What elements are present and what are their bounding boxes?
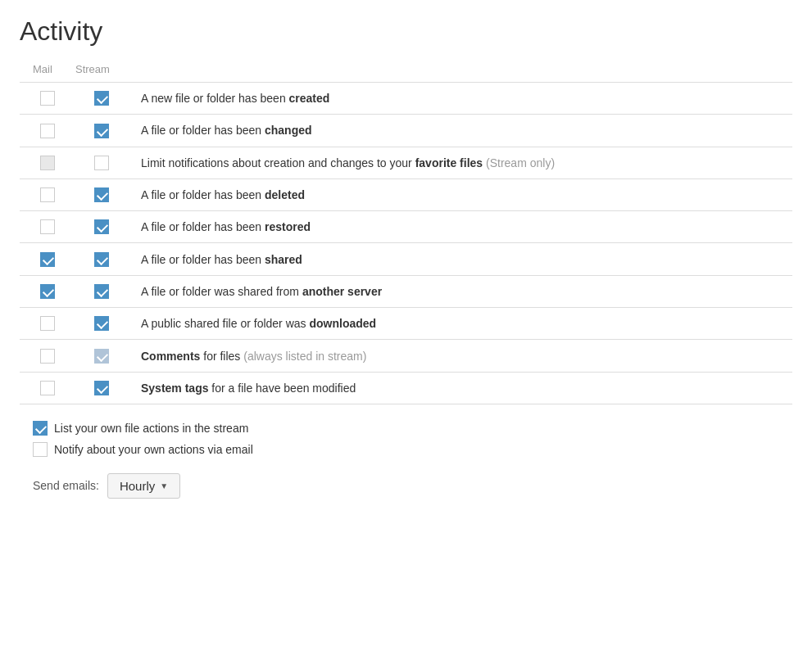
description-column-header [134, 60, 792, 83]
mail-checkbox-shared[interactable] [40, 252, 55, 267]
stream-checkbox-another-server[interactable] [94, 284, 109, 299]
stream-checkbox-created[interactable] [94, 91, 109, 106]
bottom-section: List your own file actions in the stream… [20, 421, 792, 499]
send-emails-label: Send emails: [33, 479, 99, 492]
table-row: A file or folder was shared from another… [20, 275, 792, 307]
activity-table: Mail Stream A new file or folder has bee… [20, 60, 792, 404]
table-row: A file or folder has been restored [20, 211, 792, 243]
table-row: A file or folder has been shared [20, 243, 792, 275]
mail-checkbox-another-server[interactable] [40, 284, 55, 299]
row-label-comments: Comments for files (always listed in str… [141, 350, 366, 363]
stream-checkbox-shared[interactable] [94, 252, 109, 267]
hourly-label: Hourly [120, 479, 155, 493]
row-label-another-server: A file or folder was shared from another… [141, 285, 382, 298]
row-label-system-tags: System tags for a file have been modifie… [141, 382, 356, 395]
stream-checkbox-system-tags[interactable] [94, 381, 109, 395]
row-label-favorite: Limit notifications about creation and c… [141, 156, 555, 169]
table-row: Limit notifications about creation and c… [20, 147, 792, 178]
dropdown-arrow-icon: ▼ [160, 481, 168, 490]
mail-column-header: Mail [20, 60, 69, 83]
table-row: A public shared file or folder was downl… [20, 308, 792, 340]
notify-own-actions-label: Notify about your own actions via email [54, 443, 253, 456]
mail-checkbox-downloaded[interactable] [40, 316, 55, 331]
notify-own-actions-checkbox[interactable] [33, 442, 48, 457]
row-label-deleted: A file or folder has been deleted [141, 188, 305, 201]
row-label-created: A new file or folder has been created [141, 92, 329, 105]
row-label-restored: A file or folder has been restored [141, 220, 311, 233]
table-row: A new file or folder has been created [20, 83, 792, 115]
row-sublabel-favorite: (Stream only) [483, 156, 555, 169]
stream-column-header: Stream [69, 60, 134, 83]
mail-checkbox-comments[interactable] [40, 349, 55, 364]
stream-checkbox-comments [94, 349, 109, 364]
row-label-shared: A file or folder has been shared [141, 253, 302, 266]
mail-checkbox-system-tags[interactable] [40, 381, 55, 395]
table-row: Comments for files (always listed in str… [20, 340, 792, 372]
row-sublabel-comments: (always listed in stream) [243, 350, 366, 363]
list-own-actions-row: List your own file actions in the stream [33, 421, 779, 436]
stream-checkbox-downloaded[interactable] [94, 316, 109, 331]
notify-own-actions-row: Notify about your own actions via email [33, 442, 779, 457]
stream-checkbox-deleted[interactable] [94, 187, 109, 202]
stream-checkbox-restored[interactable] [94, 219, 109, 234]
table-row: System tags for a file have been modifie… [20, 372, 792, 404]
list-own-actions-label: List your own file actions in the stream [54, 422, 248, 435]
mail-checkbox-created[interactable] [40, 91, 55, 106]
mail-checkbox-changed[interactable] [40, 124, 55, 138]
mail-checkbox-deleted[interactable] [40, 187, 55, 202]
mail-checkbox-favorite [40, 156, 55, 170]
row-label-downloaded: A public shared file or folder was downl… [141, 317, 376, 330]
hourly-dropdown[interactable]: Hourly ▼ [107, 473, 180, 499]
send-emails-row: Send emails: Hourly ▼ [33, 473, 779, 499]
table-row: A file or folder has been deleted [20, 178, 792, 210]
stream-checkbox-favorite[interactable] [94, 156, 109, 170]
row-label-changed: A file or folder has been changed [141, 124, 312, 137]
stream-checkbox-changed[interactable] [94, 124, 109, 138]
mail-checkbox-restored[interactable] [40, 219, 55, 234]
page-title: Activity [20, 16, 792, 47]
table-row: A file or folder has been changed [20, 115, 792, 147]
list-own-actions-checkbox[interactable] [33, 421, 48, 436]
